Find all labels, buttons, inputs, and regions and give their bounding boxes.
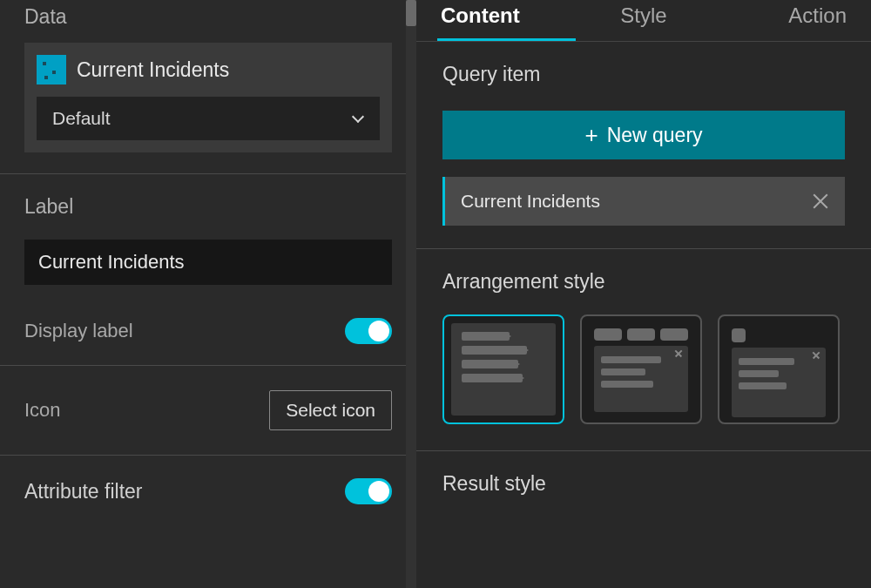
left-panel: Data Current Incidents Default Label Cur… (0, 0, 416, 588)
display-label-text: Display label (24, 320, 133, 342)
tab-action[interactable]: Action (712, 3, 850, 41)
view-select[interactable]: Default (37, 97, 380, 140)
icon-section: Icon Select icon (0, 366, 416, 455)
attribute-filter-toggle[interactable] (345, 478, 392, 504)
arrangement-section: Arrangement style (416, 249, 871, 450)
close-icon[interactable] (812, 193, 829, 210)
select-icon-button[interactable]: Select icon (269, 390, 392, 430)
new-query-label: New query (607, 124, 703, 147)
query-item-name: Current Incidents (461, 191, 600, 212)
display-label-toggle[interactable] (345, 318, 392, 344)
data-source-block: Current Incidents Default (24, 43, 392, 152)
scrollbar[interactable] (406, 0, 416, 588)
arrangement-option-tabs[interactable] (580, 314, 702, 424)
result-style-section: Result style (416, 451, 871, 520)
icon-label: Icon (24, 399, 61, 422)
attribute-filter-section: Attribute filter (0, 456, 416, 525)
query-item[interactable]: Current Incidents (442, 177, 845, 226)
attribute-filter-label: Attribute filter (24, 480, 143, 504)
label-input[interactable]: Current Incidents (24, 240, 392, 285)
view-select-value: Default (52, 108, 111, 129)
tabs: Content Style Action (416, 0, 871, 42)
point-layer-icon (37, 55, 66, 84)
data-heading: Data (24, 0, 392, 43)
label-section: Label Current Incidents Display label (0, 174, 416, 365)
arrangement-heading: Arrangement style (442, 270, 845, 294)
right-panel: Content Style Action Query item + New qu… (416, 0, 871, 588)
plus-icon: + (584, 124, 598, 146)
new-query-button[interactable]: + New query (442, 111, 845, 159)
label-input-value: Current Incidents (38, 251, 185, 274)
layer-row[interactable]: Current Incidents (37, 55, 380, 84)
scrollbar-thumb[interactable] (406, 0, 416, 26)
display-label-row: Display label (24, 306, 392, 365)
arrangement-options (442, 314, 845, 424)
arrangement-option-list[interactable] (442, 314, 564, 424)
data-section: Data Current Incidents Default (0, 0, 416, 173)
query-item-section: Query item + New query Current Incidents (416, 42, 871, 248)
tab-style[interactable]: Style (576, 3, 711, 41)
label-heading: Label (24, 195, 392, 219)
result-style-heading: Result style (442, 472, 845, 496)
query-item-heading: Query item (442, 63, 845, 86)
chevron-down-icon (352, 112, 364, 125)
layer-name: Current Incidents (77, 58, 229, 82)
arrangement-option-icon[interactable] (718, 314, 840, 424)
tab-content[interactable]: Content (437, 3, 576, 41)
